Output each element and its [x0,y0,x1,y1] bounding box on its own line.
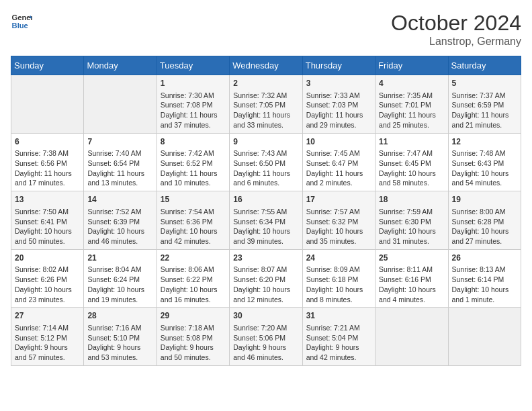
calendar-cell: 25Sunrise: 8:11 AMSunset: 6:16 PMDayligh… [375,249,448,308]
calendar-cell: 15Sunrise: 7:54 AMSunset: 6:36 PMDayligh… [157,191,229,250]
day-number: 22 [161,253,226,264]
day-number: 11 [379,136,444,148]
calendar-cell: 24Sunrise: 8:09 AMSunset: 6:18 PMDayligh… [302,249,375,308]
day-number: 6 [15,136,80,148]
calendar-cell: 16Sunrise: 7:55 AMSunset: 6:34 PMDayligh… [230,191,302,250]
day-number: 21 [87,253,152,264]
day-number: 2 [233,78,298,89]
location: Lanstrop, Germany [391,36,521,48]
day-number: 31 [306,310,371,322]
calendar-cell: 26Sunrise: 8:13 AMSunset: 6:14 PMDayligh… [448,249,521,308]
calendar-cell: 22Sunrise: 8:06 AMSunset: 6:22 PMDayligh… [157,249,229,308]
title-block: October 2024 Lanstrop, Germany [391,11,521,48]
page-header: General Blue October 2024 Lanstrop, Germ… [11,11,521,48]
day-number: 10 [306,136,371,148]
weekday-header-cell: Sunday [11,56,84,75]
calendar-cell: 11Sunrise: 7:47 AMSunset: 6:45 PMDayligh… [375,133,448,191]
day-number: 8 [161,136,226,148]
calendar-cell: 27Sunrise: 7:14 AMSunset: 5:12 PMDayligh… [11,308,84,366]
day-number: 24 [306,253,371,264]
calendar-cell [84,75,157,134]
day-number: 15 [161,194,226,205]
calendar-cell [375,308,448,366]
day-number: 4 [379,78,444,89]
day-number: 5 [452,78,517,89]
calendar-week-row: 6Sunrise: 7:38 AMSunset: 6:56 PMDaylight… [11,133,521,191]
day-number: 25 [379,253,444,264]
calendar-cell: 28Sunrise: 7:16 AMSunset: 5:10 PMDayligh… [84,308,157,366]
calendar-cell: 2Sunrise: 7:32 AMSunset: 7:05 PMDaylight… [230,75,302,134]
day-number: 16 [233,194,298,205]
calendar-cell: 8Sunrise: 7:42 AMSunset: 6:52 PMDaylight… [157,133,229,191]
calendar-cell: 4Sunrise: 7:35 AMSunset: 7:01 PMDaylight… [375,75,448,134]
day-number: 20 [15,253,80,264]
weekday-header-cell: Saturday [448,56,521,75]
weekday-header-cell: Thursday [302,56,375,75]
month-title: October 2024 [391,11,521,36]
day-number: 26 [452,253,517,264]
weekday-header-cell: Wednesday [230,56,302,75]
day-number: 18 [379,194,444,205]
svg-text:Blue: Blue [12,21,28,30]
day-number: 29 [161,310,226,322]
calendar-cell: 30Sunrise: 7:20 AMSunset: 5:06 PMDayligh… [230,308,302,366]
calendar-table: SundayMondayTuesdayWednesdayThursdayFrid… [11,56,521,366]
day-number: 30 [233,310,298,322]
calendar-cell: 17Sunrise: 7:57 AMSunset: 6:32 PMDayligh… [302,191,375,250]
calendar-cell: 10Sunrise: 7:45 AMSunset: 6:47 PMDayligh… [302,133,375,191]
calendar-cell: 1Sunrise: 7:30 AMSunset: 7:08 PMDaylight… [157,75,229,134]
calendar-cell: 3Sunrise: 7:33 AMSunset: 7:03 PMDaylight… [302,75,375,134]
day-number: 17 [306,194,371,205]
calendar-cell: 31Sunrise: 7:21 AMSunset: 5:04 PMDayligh… [302,308,375,366]
calendar-cell: 19Sunrise: 8:00 AMSunset: 6:28 PMDayligh… [448,191,521,250]
calendar-cell: 23Sunrise: 8:07 AMSunset: 6:20 PMDayligh… [230,249,302,308]
calendar-cell: 5Sunrise: 7:37 AMSunset: 6:59 PMDaylight… [448,75,521,134]
day-number: 3 [306,78,371,89]
calendar-body: 1Sunrise: 7:30 AMSunset: 7:08 PMDaylight… [11,75,521,366]
calendar-cell [11,75,84,134]
calendar-cell: 9Sunrise: 7:43 AMSunset: 6:50 PMDaylight… [230,133,302,191]
calendar-week-row: 13Sunrise: 7:50 AMSunset: 6:41 PMDayligh… [11,191,521,250]
calendar-cell: 6Sunrise: 7:38 AMSunset: 6:56 PMDaylight… [11,133,84,191]
calendar-cell: 20Sunrise: 8:02 AMSunset: 6:26 PMDayligh… [11,249,84,308]
calendar-week-row: 27Sunrise: 7:14 AMSunset: 5:12 PMDayligh… [11,308,521,366]
day-number: 9 [233,136,298,148]
day-number: 12 [452,136,517,148]
calendar-cell: 21Sunrise: 8:04 AMSunset: 6:24 PMDayligh… [84,249,157,308]
day-number: 28 [87,310,152,322]
calendar-week-row: 20Sunrise: 8:02 AMSunset: 6:26 PMDayligh… [11,249,521,308]
day-number: 7 [87,136,152,148]
weekday-header-cell: Friday [375,56,448,75]
day-number: 1 [161,78,226,89]
calendar-cell: 29Sunrise: 7:18 AMSunset: 5:08 PMDayligh… [157,308,229,366]
calendar-cell: 14Sunrise: 7:52 AMSunset: 6:39 PMDayligh… [84,191,157,250]
day-number: 13 [15,194,80,205]
logo: General Blue [11,11,32,32]
calendar-week-row: 1Sunrise: 7:30 AMSunset: 7:08 PMDaylight… [11,75,521,134]
logo-icon: General Blue [11,11,32,32]
calendar-cell: 12Sunrise: 7:48 AMSunset: 6:43 PMDayligh… [448,133,521,191]
calendar-cell: 18Sunrise: 7:59 AMSunset: 6:30 PMDayligh… [375,191,448,250]
day-number: 19 [452,194,517,205]
day-number: 14 [87,194,152,205]
calendar-cell: 7Sunrise: 7:40 AMSunset: 6:54 PMDaylight… [84,133,157,191]
weekday-header-cell: Tuesday [157,56,229,75]
weekday-header-row: SundayMondayTuesdayWednesdayThursdayFrid… [11,56,521,75]
calendar-cell [448,308,521,366]
weekday-header-cell: Monday [84,56,157,75]
day-number: 27 [15,310,80,322]
calendar-cell: 13Sunrise: 7:50 AMSunset: 6:41 PMDayligh… [11,191,84,250]
day-number: 23 [233,253,298,264]
svg-text:General: General [12,13,32,21]
